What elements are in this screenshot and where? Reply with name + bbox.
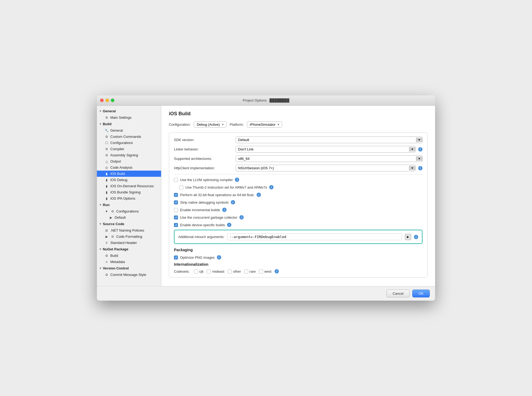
info-icon[interactable]: i [414,235,418,239]
llvm-checkbox[interactable] [174,178,178,182]
rare-checkbox[interactable] [244,269,248,273]
sidebar-item-output[interactable]: △ Output [97,158,161,164]
rare-label: rare [250,269,256,273]
sidebar-group-general[interactable]: ▼ General [97,108,161,114]
info-icon[interactable]: i [231,200,235,204]
gear-icon: ⚙ [104,273,109,277]
mtouch-section: Additional mtouch arguments: ▶ i [174,230,422,244]
west-label: west [264,269,272,273]
thumb2-checkbox[interactable] [179,185,183,189]
other-label: other [233,269,241,273]
gear-icon: ⚙ [104,135,109,139]
close-button[interactable] [100,99,104,102]
traffic-lights [100,99,114,102]
info-icon[interactable]: i [227,223,231,227]
mtouch-input[interactable] [227,233,402,240]
sidebar-group-version-control[interactable]: ▼ Version Control [97,265,161,272]
block-icon: ▮ [104,172,109,176]
optimize-png-row: Optimize PNG images i [174,255,422,260]
maximize-button[interactable] [111,99,114,102]
sidebar-item-custom-commands[interactable]: ⚙ Custom Commands [97,134,161,140]
mtouch-label-prefix: Additional [178,235,195,239]
platform-dropdown[interactable]: iPhoneSimulator ▼ [247,121,282,128]
wrench-icon: 🔧 [104,129,109,132]
arrow-icon: ▼ [99,267,102,270]
sidebar-group-run[interactable]: ▼ Run [97,201,161,208]
mtouch-label-suffix: arguments: [206,235,224,239]
sidebar-item-label: Custom Commands [110,135,141,139]
sidebar-group-build[interactable]: ▼ Build [97,121,161,127]
block-icon: ▮ [104,197,109,200]
configuration-dropdown[interactable]: Debug (Active) ▼ [194,121,227,128]
sidebar-item-ios-ipa-options[interactable]: ▮ iOS IPA Options [97,195,161,201]
info-icon[interactable]: i [418,147,422,152]
arch-dropdown[interactable]: x86_64 ▼ [236,155,422,162]
incremental-checkbox[interactable] [174,208,178,212]
float64-checkbox[interactable] [174,193,178,197]
sidebar-item-configurations[interactable]: ☐ Configurations [97,140,161,146]
sidebar-item-ios-build[interactable]: ▮ iOS Build [97,171,161,177]
sidebar-item-nuget-build[interactable]: ⚙ Build [97,253,161,259]
sidebar-item-code-formatting[interactable]: ▶ ⚙ Code Formatting [97,233,161,240]
divider [174,174,422,174]
optimize-png-checkbox[interactable] [174,255,178,260]
other-checkbox[interactable] [228,269,232,273]
sidebar-group-source-code[interactable]: ▼ Source Code [97,221,161,227]
block-icon: ▮ [104,178,109,182]
sidebar-item-standard-header[interactable]: # Standard Header [97,240,161,246]
device-specific-checkbox[interactable] [174,223,178,227]
sdk-version-dropdown[interactable]: Default ▼ [236,136,422,143]
minimize-button[interactable] [105,99,109,102]
info-icon[interactable]: i [239,215,244,219]
concurrent-gc-label: Use the concurrent garbage collector [180,215,237,219]
ok-button[interactable]: OK [412,290,430,297]
sidebar-item-general[interactable]: 🔧 General [97,127,161,134]
sidebar-item-label: Standard Header [110,241,137,245]
west-checkbox[interactable] [259,269,263,273]
chevron-down-icon: ▼ [416,138,422,142]
concurrent-gc-checkbox[interactable] [174,215,178,219]
info-icon[interactable]: i [217,255,221,260]
platform-value: iPhoneSimulator [250,123,275,127]
info-icon[interactable]: i [222,208,227,212]
sidebar-item-run-configurations[interactable]: ▼ ⚙ Configurations [97,208,161,214]
info-icon[interactable]: i [275,269,279,273]
info-icon[interactable]: i [269,185,274,189]
mideast-label: mideast [212,269,224,273]
cancel-button[interactable]: Cancel [387,290,410,297]
sidebar-group-nuget[interactable]: ▼ NuGet Package [97,246,161,253]
sidebar-item-code-analysis[interactable]: ◎ Code Analysis [97,164,161,171]
sidebar-item-main-settings[interactable]: ⚙ Main Settings [97,114,161,121]
sidebar-group-build-label: Build [103,122,112,126]
info-icon[interactable]: i [418,166,422,170]
sdk-version-row: SDK version: Default ▼ [174,136,422,143]
sidebar: ▼ General ⚙ Main Settings ▼ Build 🔧 Gene… [97,106,161,286]
sidebar-item-compiler[interactable]: ⚙ Compiler [97,146,161,152]
sidebar-item-run-default[interactable]: ▶ Default [97,214,161,221]
arch-value: x86_64 [238,157,414,161]
thumb2-label: Use Thumb-2 instruction set for ARMv7 an… [185,185,267,189]
httpclient-value: NSUrlSession (iOS 7+) [238,166,407,170]
sidebar-item-ios-debug[interactable]: ▮ iOS Debug [97,177,161,183]
mideast-checkbox[interactable] [207,269,211,273]
sidebar-group-vc-label: Version Control [103,266,129,270]
info-icon[interactable]: i [235,178,239,182]
strip-symbols-checkbox[interactable] [174,200,178,204]
sidebar-item-net-naming[interactable]: ⊞ .NET Naming Policies [97,227,161,233]
sidebar-item-nuget-metadata[interactable]: ≡ Metadata [97,259,161,265]
chevron-down-icon: ▼ [416,156,422,161]
sidebar-item-ios-bundle-signing[interactable]: ▮ iOS Bundle Signing [97,189,161,195]
chevron-down-icon: ▼ [409,166,415,170]
httpclient-dropdown[interactable]: NSUrlSession (iOS 7+) ▼ [236,165,416,171]
linker-value: Don't Link [238,147,407,151]
cjk-checkbox[interactable] [194,269,198,273]
info-icon[interactable]: i [257,193,261,197]
sidebar-item-assembly-signing[interactable]: ⚙ Assembly Signing [97,152,161,158]
mtouch-play-button[interactable]: ▶ [405,234,411,240]
sidebar-item-label: iOS IPA Options [110,196,135,200]
sidebar-item-commit-message[interactable]: ⚙ Commit Message Style [97,272,161,278]
sidebar-item-label: .NET Naming Policies [110,228,144,232]
sidebar-item-ios-on-demand[interactable]: ▮ iOS On-Demand Resources [97,183,161,189]
circle-icon: ◎ [104,166,109,170]
linker-dropdown[interactable]: Don't Link ▼ [236,146,416,153]
